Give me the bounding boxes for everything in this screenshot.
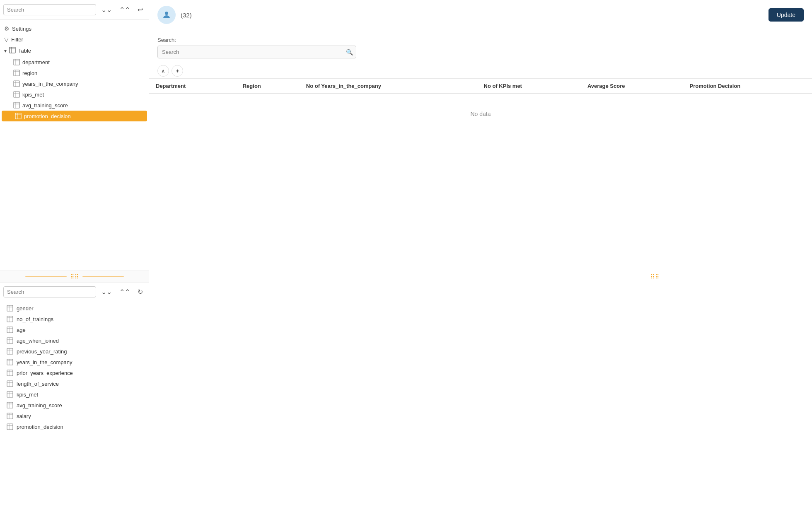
left-sidebar: ⌄⌄ ⌃⌃ ↩ ⚙ Settings ▽ Filter ▾ Table (0, 0, 149, 527)
svg-point-57 (165, 12, 168, 15)
sort-down-button[interactable]: ⌄⌄ (99, 4, 114, 15)
search-icon: 🔍 (346, 49, 353, 56)
col-header-years: No of Years_in_the_company (300, 79, 477, 94)
svg-rect-3 (14, 59, 19, 65)
column-icon-department (13, 59, 20, 65)
table-scroll: Department Region No of Years_in_the_com… (149, 79, 812, 527)
sidebar-child-years-in-company[interactable]: years_in_the_company (0, 78, 149, 89)
sidebar-child-department[interactable]: department (0, 57, 149, 68)
col-header-promotion: Promotion Decision (683, 79, 812, 94)
sidebar-region-label: region (22, 70, 37, 76)
main-search-input[interactable] (157, 46, 356, 58)
data-table: Department Region No of Years_in_the_com… (149, 79, 812, 134)
main-content: (32) Update Search: 🔍 ∧ ✦ Department Reg… (149, 0, 812, 527)
field-item-length-of-service[interactable]: length_of_service (0, 378, 149, 389)
bottom-sort-up-button[interactable]: ⌃⌃ (117, 286, 133, 297)
field-item-avg-training2[interactable]: avg_training_score (0, 400, 149, 411)
field-item-no-of-trainings[interactable]: no_of_trainings (0, 314, 149, 324)
svg-rect-42 (7, 381, 13, 387)
svg-rect-51 (7, 413, 13, 419)
field-item-years-in-company[interactable]: years_in_the_company (0, 357, 149, 367)
sidebar-table-label: Table (18, 48, 31, 54)
search-label: Search: (157, 37, 804, 43)
search-section: Search: 🔍 (149, 30, 812, 63)
sidebar-child-region[interactable]: region (0, 68, 149, 78)
sidebar-bottom-panel: ⌄⌄ ⌃⌃ ↻ gender no_of_trainings (0, 283, 149, 527)
field-item-age[interactable]: age (0, 324, 149, 335)
field-label-gender: gender (17, 305, 33, 312)
field-icon-gender (7, 305, 13, 312)
field-icon-prior-years (7, 370, 13, 376)
update-button[interactable]: Update (768, 8, 804, 22)
filter-star-button[interactable]: ✦ (172, 65, 183, 77)
field-item-prior-years[interactable]: prior_years_experience (0, 367, 149, 378)
svg-rect-9 (14, 81, 19, 87)
sidebar-item-table[interactable]: ▾ Table (0, 45, 149, 57)
field-icon-prev-rating (7, 348, 13, 355)
field-label-age-when-joined: age_when_joined (17, 338, 59, 344)
field-item-gender[interactable]: gender (0, 303, 149, 314)
sidebar-department-label: department (22, 59, 50, 65)
field-item-promotion2[interactable]: promotion_decision (0, 421, 149, 432)
field-label-kpis2: kpis_met (17, 392, 38, 398)
record-count: (32) (181, 12, 192, 19)
column-icon-years (13, 80, 20, 87)
svg-rect-21 (7, 305, 13, 311)
field-item-salary[interactable]: salary (0, 411, 149, 421)
svg-rect-48 (7, 402, 13, 408)
field-icon-years2 (7, 359, 13, 365)
sidebar-tree: ⚙ Settings ▽ Filter ▾ Table (0, 20, 149, 271)
bottom-search-input[interactable] (3, 286, 96, 297)
field-icon-age-when-joined (7, 337, 13, 344)
field-label-trainings: no_of_trainings (17, 316, 53, 322)
drag-handle-icon[interactable]: ⠿⠿ (70, 273, 79, 280)
table-toolbar: ∧ ✦ (149, 63, 812, 79)
undo-button[interactable]: ↩ (135, 4, 145, 15)
sidebar-search-input[interactable] (3, 4, 96, 15)
sidebar-child-promotion-decision[interactable]: promotion_decision (2, 111, 147, 121)
bottom-sort-down-button[interactable]: ⌄⌄ (99, 286, 114, 297)
column-icon-kpis (13, 91, 20, 98)
sort-up-button[interactable]: ⌃⌃ (117, 4, 133, 15)
svg-rect-36 (7, 359, 13, 365)
field-label-age: age (17, 327, 26, 333)
field-item-age-when-joined[interactable]: age_when_joined (0, 335, 149, 346)
field-label-prev-rating: previous_year_rating (17, 348, 67, 355)
sidebar-child-avg-training[interactable]: avg_training_score (0, 100, 149, 111)
sidebar-kpis-label: kpis_met (22, 92, 44, 98)
sidebar-item-filter[interactable]: ▽ Filter (0, 34, 149, 45)
svg-rect-12 (14, 92, 19, 97)
sidebar-item-settings[interactable]: ⚙ Settings (0, 23, 149, 34)
field-label-salary: salary (17, 413, 31, 419)
field-icon-salary (7, 413, 13, 419)
svg-rect-15 (14, 102, 19, 108)
col-header-department: Department (149, 79, 236, 94)
svg-rect-54 (7, 424, 13, 430)
bottom-refresh-button[interactable]: ↻ (135, 286, 145, 297)
field-icon-avg2 (7, 402, 13, 409)
field-icon-promotion2 (7, 423, 13, 430)
collapse-button[interactable]: ∧ (157, 65, 169, 77)
avatar (157, 6, 176, 24)
bottom-search-bar: ⌄⌄ ⌃⌃ ↻ (0, 283, 149, 301)
table-header-row: Department Region No of Years_in_the_com… (149, 79, 812, 94)
svg-rect-33 (7, 348, 13, 354)
field-icon-trainings (7, 316, 13, 322)
divider-line-left (25, 276, 67, 277)
column-icon-region (13, 70, 20, 76)
field-label-avg2: avg_training_score (17, 402, 62, 409)
field-icon-service (7, 380, 13, 387)
svg-rect-0 (10, 47, 15, 53)
column-icon-avg-training (13, 102, 20, 109)
field-item-kpis2[interactable]: kpis_met (0, 389, 149, 400)
column-icon-promotion (15, 113, 22, 119)
field-item-prev-year-rating[interactable]: previous_year_rating (0, 346, 149, 357)
field-label-service: length_of_service (17, 381, 59, 387)
table-body: No data (149, 94, 812, 134)
gear-icon: ⚙ (4, 25, 10, 32)
sidebar-divider: ⠿⠿ ⠿⠿ (0, 271, 149, 283)
sidebar-years-label: years_in_the_company (22, 81, 78, 87)
sidebar-search-bar: ⌄⌄ ⌃⌃ ↩ (0, 0, 149, 20)
col-header-kpis: No of KPIs met (477, 79, 581, 94)
sidebar-child-kpis-met[interactable]: kpis_met (0, 89, 149, 100)
